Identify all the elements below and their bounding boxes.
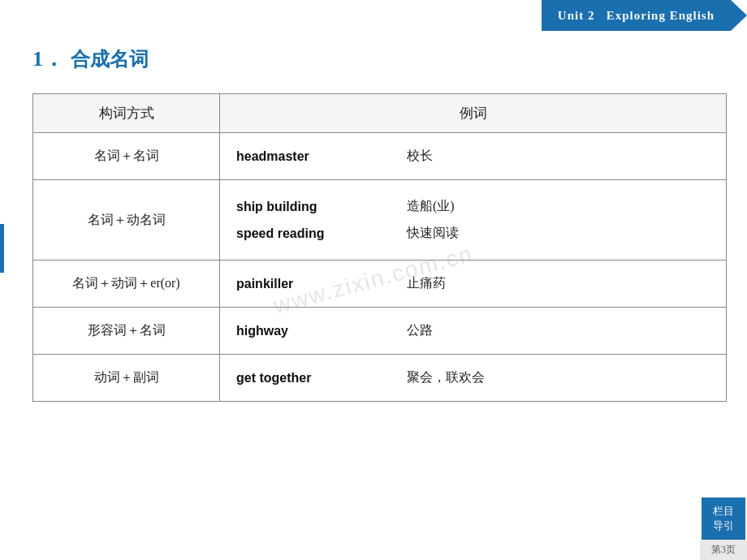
- table-header-row: 构词方式 例词: [33, 94, 727, 133]
- pattern-cell: 名词＋名词: [33, 133, 220, 180]
- example-row: painkiller止痛药: [236, 272, 710, 295]
- pattern-cell: 名词＋动名词: [33, 180, 220, 261]
- unit-label: Unit 2: [558, 9, 595, 23]
- table-row: 名词＋名词headmaster校长: [33, 133, 727, 180]
- example-chinese: 造船(业): [407, 198, 455, 215]
- example-cell: painkiller止痛药: [220, 261, 727, 308]
- footer-btn-line2: 导引: [713, 519, 734, 533]
- unit-badge: Unit 2 Exploring English: [542, 0, 731, 31]
- table-row: 形容词＋名词highway公路: [33, 308, 727, 355]
- pattern-cell: 形容词＋名词: [33, 308, 220, 355]
- vocab-table: 构词方式 例词 名词＋名词headmaster校长名词＋动名词ship buil…: [32, 93, 727, 402]
- example-english: headmaster: [236, 149, 374, 164]
- col1-header: 构词方式: [33, 94, 220, 133]
- example-cell: highway公路: [220, 308, 727, 355]
- example-row: ship building造船(业): [236, 195, 710, 218]
- example-row: headmaster校长: [236, 144, 710, 168]
- section-number: 1．: [32, 45, 64, 73]
- example-row: get together聚会，联欢会: [236, 366, 710, 390]
- table-row: 名词＋动名词ship building造船(业)speed reading快速阅…: [33, 180, 727, 261]
- example-chinese: 止痛药: [407, 275, 446, 292]
- example-chinese: 公路: [407, 322, 433, 339]
- footer: 栏目 导引 第3页: [700, 498, 747, 560]
- left-accent-bar: [0, 224, 4, 273]
- footer-nav-button[interactable]: 栏目 导引: [702, 498, 745, 540]
- table-row: 名词＋动词＋er(or)painkiller止痛药: [33, 261, 727, 308]
- example-english: ship building: [236, 200, 374, 214]
- pattern-cell: 动词＋副词: [33, 355, 220, 402]
- example-english: painkiller: [236, 277, 374, 291]
- pattern-cell: 名词＋动词＋er(or): [33, 261, 220, 308]
- example-english: get together: [236, 371, 374, 386]
- table-row: 动词＋副词get together聚会，联欢会: [33, 355, 727, 402]
- unit-title: Exploring English: [607, 9, 715, 23]
- example-cell: get together聚会，联欢会: [220, 355, 727, 402]
- col2-header: 例词: [220, 94, 727, 133]
- example-english: highway: [236, 324, 374, 338]
- main-content: 1． 合成名词 构词方式 例词 名词＋名词headmaster校长名词＋动名词s…: [0, 0, 747, 434]
- example-cell: headmaster校长: [220, 133, 727, 180]
- footer-btn-line1: 栏目: [713, 504, 734, 519]
- header: Unit 2 Exploring English: [542, 0, 747, 31]
- section-heading: 合成名词: [71, 46, 149, 72]
- footer-page-number: 第3页: [700, 540, 747, 560]
- example-chinese: 聚会，联欢会: [407, 369, 485, 386]
- example-chinese: 快速阅读: [407, 225, 459, 242]
- example-english: speed reading: [236, 226, 374, 241]
- example-chinese: 校长: [407, 148, 433, 165]
- example-row: speed reading快速阅读: [236, 222, 710, 245]
- section-title: 1． 合成名词: [32, 45, 715, 73]
- chevron-right-icon: [731, 0, 747, 31]
- example-cell: ship building造船(业)speed reading快速阅读: [220, 180, 727, 261]
- example-row: highway公路: [236, 319, 710, 342]
